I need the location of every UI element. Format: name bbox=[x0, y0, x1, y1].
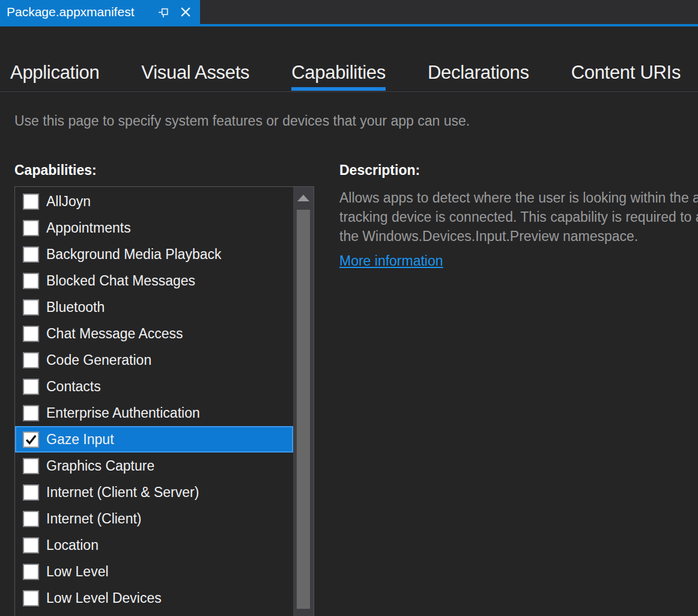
capability-row-label: Location bbox=[46, 537, 99, 553]
capability-row-label: Background Media Playback bbox=[46, 246, 222, 263]
tab-capabilities[interactable]: Capabilities bbox=[291, 62, 386, 91]
unchecked-checkbox[interactable] bbox=[23, 564, 39, 580]
capability-row-chat-message-access[interactable]: Chat Message Access bbox=[15, 320, 293, 347]
capability-row-label: Internet (Client) bbox=[46, 511, 142, 527]
capability-row-enterprise-authentication[interactable]: Enterprise Authentication bbox=[15, 400, 293, 426]
editor-tab-package-appxmanifest[interactable]: Package.appxmanifest bbox=[0, 0, 200, 24]
description-line: tracking device is connected. This capab… bbox=[339, 207, 698, 227]
description-line: Allows apps to detect where the user is … bbox=[339, 188, 698, 207]
capability-row-label: AllJoyn bbox=[46, 194, 91, 210]
editor-tab-title: Package.appxmanifest bbox=[7, 5, 134, 19]
scrollbar-thumb[interactable] bbox=[297, 210, 310, 609]
scrollbar-track[interactable] bbox=[293, 187, 314, 616]
capability-row-low-level[interactable]: Low Level bbox=[15, 558, 293, 585]
capability-row-blocked-chat-messages[interactable]: Blocked Chat Messages bbox=[15, 267, 293, 294]
document-tab-strip: Package.appxmanifest bbox=[0, 0, 698, 24]
capability-row-background-media-playback[interactable]: Background Media Playback bbox=[15, 241, 293, 267]
capability-row-code-generation[interactable]: Code Generation bbox=[15, 347, 293, 373]
capability-row-alljoyn[interactable]: AllJoyn bbox=[15, 188, 293, 215]
tab-content-uris[interactable]: Content URIs bbox=[571, 62, 681, 91]
capability-row-label: Enterprise Authentication bbox=[46, 405, 200, 421]
capability-row-internet-client-server[interactable]: Internet (Client & Server) bbox=[15, 479, 293, 505]
capability-row-gaze-input[interactable]: Gaze Input bbox=[15, 426, 293, 453]
capability-row-appointments[interactable]: Appointments bbox=[15, 215, 293, 241]
tab-application[interactable]: Application bbox=[10, 62, 99, 91]
unchecked-checkbox[interactable] bbox=[23, 511, 39, 527]
capability-row-contacts[interactable]: Contacts bbox=[15, 373, 293, 400]
close-icon[interactable] bbox=[178, 5, 193, 19]
capabilities-label: Capabilities: bbox=[14, 162, 97, 178]
capability-row-label: Code Generation bbox=[46, 352, 151, 368]
capability-row-bluetooth[interactable]: Bluetooth bbox=[15, 294, 293, 320]
pin-icon[interactable] bbox=[157, 5, 171, 19]
capability-row-low-level-devices[interactable]: Low Level Devices bbox=[15, 585, 293, 611]
manifest-nav: ApplicationVisual AssetsCapabilitiesDecl… bbox=[0, 26, 698, 92]
capability-row-graphics-capture[interactable]: Graphics Capture bbox=[15, 453, 293, 479]
unchecked-checkbox[interactable] bbox=[23, 458, 39, 474]
unchecked-checkbox[interactable] bbox=[23, 379, 39, 395]
scrollbar-up-button[interactable] bbox=[293, 187, 314, 209]
capabilities-listbox: AllJoynAppointmentsBackground Media Play… bbox=[14, 186, 314, 616]
unchecked-checkbox[interactable] bbox=[23, 273, 39, 289]
description-line: the Windows.Devices.Input.Preview namesp… bbox=[339, 227, 698, 246]
capability-row-internet-client[interactable]: Internet (Client) bbox=[15, 505, 293, 532]
unchecked-checkbox[interactable] bbox=[23, 246, 39, 263]
unchecked-checkbox[interactable] bbox=[23, 590, 39, 606]
unchecked-checkbox[interactable] bbox=[23, 326, 39, 342]
unchecked-checkbox[interactable] bbox=[23, 220, 39, 236]
capability-row-label: Internet (Client & Server) bbox=[46, 484, 199, 501]
unchecked-checkbox[interactable] bbox=[23, 352, 39, 368]
tab-declarations[interactable]: Declarations bbox=[428, 62, 529, 91]
capability-row-label: Appointments bbox=[46, 220, 131, 236]
page-intro-text: Use this page to specify system features… bbox=[14, 113, 470, 129]
unchecked-checkbox[interactable] bbox=[23, 484, 39, 501]
description-label: Description: bbox=[339, 162, 420, 178]
capability-row-label: Graphics Capture bbox=[46, 458, 154, 474]
capability-description: Allows apps to detect where the user is … bbox=[339, 188, 698, 246]
tab-visual-assets[interactable]: Visual Assets bbox=[141, 62, 249, 91]
more-information-link[interactable]: More information bbox=[339, 253, 443, 269]
capability-row-label: Low Level bbox=[46, 564, 109, 580]
unchecked-checkbox[interactable] bbox=[23, 299, 39, 316]
capability-row-label: Bluetooth bbox=[46, 299, 105, 316]
capability-row-label: Low Level Devices bbox=[46, 590, 162, 606]
scroll-up-arrow-icon bbox=[297, 195, 309, 201]
checked-checkbox[interactable] bbox=[23, 432, 39, 448]
capability-row-label: Gaze Input bbox=[46, 432, 114, 448]
capability-row-label: Chat Message Access bbox=[46, 326, 183, 342]
unchecked-checkbox[interactable] bbox=[23, 194, 39, 210]
unchecked-checkbox[interactable] bbox=[23, 405, 39, 421]
capabilities-list: AllJoynAppointmentsBackground Media Play… bbox=[15, 188, 293, 611]
capability-row-label: Blocked Chat Messages bbox=[46, 273, 195, 289]
capability-row-location[interactable]: Location bbox=[15, 532, 293, 558]
capability-row-label: Contacts bbox=[46, 379, 101, 395]
unchecked-checkbox[interactable] bbox=[23, 537, 39, 553]
